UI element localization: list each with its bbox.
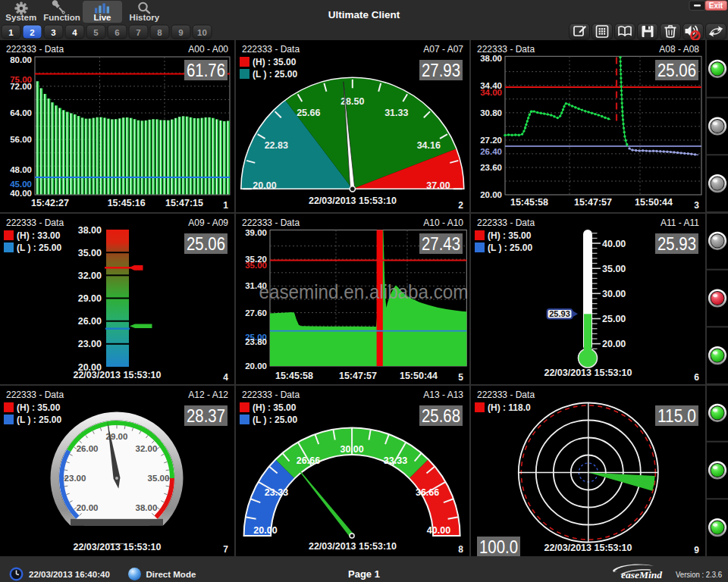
svg-text:3: 3 bbox=[51, 28, 55, 37]
svg-text:A07 - A07: A07 - A07 bbox=[423, 44, 463, 55]
svg-text:32.00: 32.00 bbox=[136, 444, 158, 453]
svg-text:35.00: 35.00 bbox=[148, 474, 170, 483]
svg-text:26.40: 26.40 bbox=[480, 147, 502, 156]
svg-text:37.00: 37.00 bbox=[426, 180, 450, 191]
svg-text:29.00: 29.00 bbox=[78, 293, 102, 304]
svg-text:25.06: 25.06 bbox=[187, 233, 225, 254]
svg-text:System: System bbox=[5, 13, 36, 22]
svg-text:22/03/2013 15:53:10: 22/03/2013 15:53:10 bbox=[309, 541, 397, 552]
svg-text:27.20: 27.20 bbox=[480, 136, 502, 145]
svg-text:35.00: 35.00 bbox=[78, 248, 102, 258]
svg-text:30.80: 30.80 bbox=[480, 108, 502, 117]
svg-text:A13 - A13: A13 - A13 bbox=[423, 390, 463, 400]
svg-text:Page 1: Page 1 bbox=[348, 568, 380, 580]
svg-text:48.00: 48.00 bbox=[10, 165, 32, 174]
svg-text:22/03/2013 16:40:40: 22/03/2013 16:40:40 bbox=[29, 570, 110, 579]
svg-text:(L ) : 25.00: (L ) : 25.00 bbox=[17, 242, 61, 253]
svg-text:26.00: 26.00 bbox=[78, 316, 102, 327]
svg-text:25.00: 25.00 bbox=[602, 314, 626, 324]
svg-text:30.00: 30.00 bbox=[602, 289, 626, 299]
svg-text:2: 2 bbox=[30, 28, 34, 37]
svg-text:27.60: 27.60 bbox=[245, 308, 267, 318]
svg-text:(H) : 35.00: (H) : 35.00 bbox=[17, 402, 61, 413]
svg-text:38.00: 38.00 bbox=[78, 225, 102, 236]
svg-text:222333 - Data: 222333 - Data bbox=[242, 217, 300, 228]
svg-text:(L ) : 25.00: (L ) : 25.00 bbox=[488, 242, 532, 253]
svg-text:25.93: 25.93 bbox=[549, 309, 570, 318]
svg-text:100.0: 100.0 bbox=[479, 537, 518, 557]
svg-text:222333 - Data: 222333 - Data bbox=[477, 390, 535, 400]
svg-text:(L ) : 25.00: (L ) : 25.00 bbox=[253, 69, 297, 80]
svg-text:36.66: 36.66 bbox=[416, 487, 439, 498]
svg-text:22.83: 22.83 bbox=[265, 140, 288, 151]
svg-text:222333 - Data: 222333 - Data bbox=[477, 217, 535, 228]
svg-text:Live: Live bbox=[93, 13, 111, 22]
svg-text:22/03/2013 15:53:10: 22/03/2013 15:53:10 bbox=[544, 368, 632, 378]
svg-text:9: 9 bbox=[694, 545, 699, 555]
svg-text:4: 4 bbox=[72, 28, 77, 37]
svg-text:23.80: 23.80 bbox=[245, 337, 267, 346]
svg-text:28.37: 28.37 bbox=[187, 405, 225, 426]
svg-text:Direct Mode: Direct Mode bbox=[146, 570, 196, 579]
svg-text:15:50:44: 15:50:44 bbox=[400, 371, 438, 381]
svg-text:40.00: 40.00 bbox=[602, 239, 626, 249]
svg-text:Function: Function bbox=[43, 13, 80, 22]
svg-text:Exit: Exit bbox=[709, 2, 723, 10]
svg-text:Ultimate Client: Ultimate Client bbox=[328, 9, 400, 20]
svg-text:115.0: 115.0 bbox=[657, 405, 696, 426]
svg-text:56.00: 56.00 bbox=[10, 135, 32, 144]
svg-text:15:47:57: 15:47:57 bbox=[574, 197, 612, 208]
svg-text:15:45:58: 15:45:58 bbox=[510, 197, 548, 208]
svg-text:31.33: 31.33 bbox=[384, 108, 408, 118]
svg-text:6: 6 bbox=[115, 28, 119, 37]
svg-text:35.00: 35.00 bbox=[245, 261, 267, 270]
svg-text:6: 6 bbox=[694, 372, 699, 383]
svg-text:22/03/2013 15:53:10: 22/03/2013 15:53:10 bbox=[309, 196, 397, 206]
svg-text:A09 - A09: A09 - A09 bbox=[188, 217, 228, 228]
svg-text:27.93: 27.93 bbox=[422, 60, 460, 80]
svg-text:A12 - A12: A12 - A12 bbox=[188, 390, 228, 400]
svg-text:222333 - Data: 222333 - Data bbox=[477, 44, 535, 55]
svg-text:(L ) : 25.00: (L ) : 25.00 bbox=[17, 415, 61, 425]
svg-text:40.00: 40.00 bbox=[427, 525, 450, 536]
svg-text:20.00: 20.00 bbox=[253, 525, 277, 536]
svg-text:38.00: 38.00 bbox=[480, 54, 502, 63]
svg-text:A08 - A08: A08 - A08 bbox=[659, 44, 699, 55]
svg-text:10: 10 bbox=[197, 28, 207, 37]
svg-text:Version : 2.3.6: Version : 2.3.6 bbox=[676, 570, 722, 579]
svg-text:222333 - Data: 222333 - Data bbox=[6, 390, 64, 400]
svg-text:easemind.en.alibaba.com: easemind.en.alibaba.com bbox=[259, 280, 469, 303]
svg-text:22/03/2013 15:53:10: 22/03/2013 15:53:10 bbox=[544, 543, 632, 553]
svg-text:20.00: 20.00 bbox=[253, 180, 276, 191]
svg-text:1: 1 bbox=[8, 28, 14, 37]
svg-text:45.00: 45.00 bbox=[10, 180, 32, 189]
svg-text:25.66: 25.66 bbox=[297, 108, 320, 118]
svg-text:25.68: 25.68 bbox=[422, 405, 460, 426]
svg-text:easeMind: easeMind bbox=[621, 569, 662, 580]
svg-text:9: 9 bbox=[178, 28, 183, 37]
svg-text:5: 5 bbox=[93, 28, 99, 37]
svg-text:(H) : 33.00: (H) : 33.00 bbox=[17, 230, 61, 241]
svg-text:(H) : 35.00: (H) : 35.00 bbox=[488, 230, 532, 241]
svg-text:222333 - Data: 222333 - Data bbox=[242, 390, 300, 400]
svg-text:25.93: 25.93 bbox=[657, 233, 696, 254]
svg-text:222333 - Data: 222333 - Data bbox=[6, 217, 64, 228]
svg-text:History: History bbox=[130, 13, 160, 22]
svg-text:A00 - A00: A00 - A00 bbox=[188, 44, 228, 55]
svg-text:(H) : 35.00: (H) : 35.00 bbox=[253, 57, 297, 67]
svg-text:2: 2 bbox=[458, 200, 463, 211]
svg-text:26.66: 26.66 bbox=[297, 455, 320, 466]
svg-text:(L ) : 25.00: (L ) : 25.00 bbox=[253, 415, 297, 425]
svg-text:4: 4 bbox=[223, 372, 228, 383]
svg-text:64.00: 64.00 bbox=[10, 108, 32, 117]
svg-text:72.00: 72.00 bbox=[10, 82, 32, 91]
svg-text:222333 - Data: 222333 - Data bbox=[242, 44, 300, 55]
svg-text:34.16: 34.16 bbox=[417, 140, 441, 151]
svg-text:A11 - A11: A11 - A11 bbox=[661, 217, 699, 228]
svg-text:25.06: 25.06 bbox=[657, 60, 696, 80]
svg-text:27.43: 27.43 bbox=[422, 233, 460, 254]
svg-text:20.00: 20.00 bbox=[602, 339, 626, 349]
svg-text:40.00: 40.00 bbox=[10, 189, 32, 198]
svg-text:7: 7 bbox=[136, 28, 140, 37]
svg-text:A10 - A10: A10 - A10 bbox=[423, 217, 463, 228]
